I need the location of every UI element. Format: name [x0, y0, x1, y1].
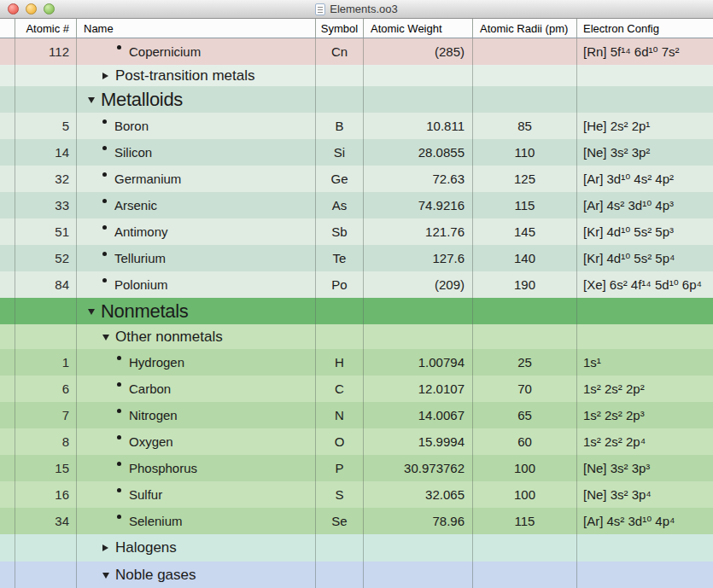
element-row-nitrogen[interactable]: 7NitrogenN14.0067651s² 2s² 2p³: [0, 402, 713, 428]
name-cell[interactable]: Nitrogen: [77, 402, 316, 428]
name-cell[interactable]: Selenium: [77, 508, 316, 534]
name-cell[interactable]: Other nonmetals: [77, 324, 316, 349]
atomic-number-cell[interactable]: 34: [15, 508, 77, 534]
atomic-number-cell[interactable]: [15, 86, 77, 113]
weight-cell[interactable]: [364, 65, 473, 86]
weight-cell[interactable]: 127.6: [364, 245, 473, 271]
atomic-number-cell[interactable]: [15, 562, 77, 588]
config-cell[interactable]: [577, 65, 713, 86]
atomic-number-cell[interactable]: 33: [15, 192, 77, 218]
column-header-atomic-number[interactable]: Atomic #: [15, 19, 77, 38]
config-cell[interactable]: [577, 534, 713, 562]
atomic-number-cell[interactable]: 51: [15, 218, 77, 245]
column-header-atomic-radii[interactable]: Atomic Radii (pm): [473, 19, 577, 38]
radius-cell[interactable]: 110: [473, 139, 577, 166]
radius-cell[interactable]: 140: [473, 245, 577, 271]
name-cell[interactable]: Metalloids: [77, 86, 316, 113]
section-row-metalloids[interactable]: Metalloids: [0, 86, 713, 113]
bullet-icon[interactable]: [102, 278, 107, 282]
symbol-cell[interactable]: S: [316, 481, 364, 508]
config-cell[interactable]: [Ar] 4s² 3d¹⁰ 4p³: [577, 192, 713, 218]
config-cell[interactable]: [577, 298, 713, 324]
name-cell[interactable]: Hydrogen: [77, 349, 316, 376]
symbol-cell[interactable]: [316, 562, 364, 588]
config-cell[interactable]: [Ar] 3d¹⁰ 4s² 4p²: [577, 166, 713, 192]
weight-cell[interactable]: 30.973762: [364, 455, 473, 481]
symbol-cell[interactable]: [316, 534, 364, 562]
radius-cell[interactable]: 100: [473, 455, 577, 481]
atomic-number-cell[interactable]: 112: [15, 38, 77, 65]
weight-cell[interactable]: 14.0067: [364, 402, 473, 428]
weight-cell[interactable]: 32.065: [364, 481, 473, 508]
bullet-icon[interactable]: [102, 252, 107, 256]
bullet-icon[interactable]: [102, 225, 107, 230]
symbol-cell[interactable]: Te: [316, 245, 364, 271]
disclosure-triangle-expanded-icon[interactable]: [88, 97, 95, 103]
close-button[interactable]: [8, 3, 19, 15]
bullet-icon[interactable]: [102, 172, 107, 177]
config-cell[interactable]: 1s² 2s² 2p³: [577, 402, 713, 428]
column-header-atomic-weight[interactable]: Atomic Weight: [364, 19, 473, 38]
symbol-cell[interactable]: [316, 65, 364, 86]
disclosure-triangle-expanded-icon[interactable]: [102, 573, 109, 579]
config-cell[interactable]: [Ne] 3s² 3p³: [577, 455, 713, 481]
element-row-tellurium[interactable]: 52TelluriumTe127.6140[Kr] 4d¹⁰ 5s² 5p⁴: [0, 245, 713, 271]
disclosure-triangle-expanded-icon[interactable]: [102, 335, 109, 341]
element-row-copernicium[interactable]: 112CoperniciumCn(285)[Rn] 5f¹⁴ 6d¹⁰ 7s²: [0, 38, 713, 65]
element-row-selenium[interactable]: 34SeleniumSe78.96115[Ar] 4s² 3d¹⁰ 4p⁴: [0, 508, 713, 534]
weight-cell[interactable]: [364, 324, 473, 349]
config-cell[interactable]: 1s² 2s² 2p²: [577, 376, 713, 402]
symbol-cell[interactable]: [316, 298, 364, 324]
atomic-number-cell[interactable]: [15, 65, 77, 86]
symbol-cell[interactable]: As: [316, 192, 364, 218]
symbol-cell[interactable]: Sb: [316, 218, 364, 245]
radius-cell[interactable]: [473, 86, 577, 113]
element-row-germanium[interactable]: 32GermaniumGe72.63125[Ar] 3d¹⁰ 4s² 4p²: [0, 166, 713, 192]
symbol-cell[interactable]: H: [316, 349, 364, 376]
atomic-number-cell[interactable]: 32: [15, 166, 77, 192]
name-cell[interactable]: Oxygen: [77, 428, 316, 455]
symbol-cell[interactable]: C: [316, 376, 364, 402]
symbol-cell[interactable]: P: [316, 455, 364, 481]
atomic-number-cell[interactable]: [15, 324, 77, 349]
radius-cell[interactable]: 145: [473, 218, 577, 245]
section-row-noble-gases[interactable]: Noble gases: [0, 562, 713, 588]
config-cell[interactable]: [Kr] 4d¹⁰ 5s² 5p⁴: [577, 245, 713, 271]
disclosure-triangle-collapsed-icon[interactable]: [102, 73, 109, 79]
column-header-electron-config[interactable]: Electron Config: [577, 19, 713, 38]
element-row-sulfur[interactable]: 16SulfurS32.065100[Ne] 3s² 3p⁴: [0, 481, 713, 508]
radius-cell[interactable]: 190: [473, 271, 577, 298]
radius-cell[interactable]: 70: [473, 376, 577, 402]
config-cell[interactable]: [577, 324, 713, 349]
weight-cell[interactable]: 1.00794: [364, 349, 473, 376]
symbol-cell[interactable]: Ge: [316, 166, 364, 192]
element-row-oxygen[interactable]: 8OxygenO15.9994601s² 2s² 2p⁴: [0, 428, 713, 455]
config-cell[interactable]: [577, 562, 713, 588]
name-cell[interactable]: Sulfur: [77, 481, 316, 508]
atomic-number-cell[interactable]: 6: [15, 376, 77, 402]
config-cell[interactable]: 1s² 2s² 2p⁴: [577, 428, 713, 455]
atomic-number-cell[interactable]: 8: [15, 428, 77, 455]
atomic-number-cell[interactable]: 14: [15, 139, 77, 166]
zoom-button[interactable]: [44, 3, 55, 15]
atomic-number-cell[interactable]: 7: [15, 402, 77, 428]
radius-cell[interactable]: 115: [473, 192, 577, 218]
weight-cell[interactable]: 72.63: [364, 166, 473, 192]
bullet-icon[interactable]: [117, 409, 121, 413]
section-row-halogens[interactable]: Halogens: [0, 534, 713, 562]
element-row-polonium[interactable]: 84PoloniumPo(209)190[Xe] 6s² 4f¹⁴ 5d¹⁰ 6…: [0, 271, 713, 298]
radius-cell[interactable]: 25: [473, 349, 577, 376]
element-row-boron[interactable]: 5BoronB10.81185[He] 2s² 2p¹: [0, 113, 713, 139]
atomic-number-cell[interactable]: 52: [15, 245, 77, 271]
weight-cell[interactable]: (285): [364, 38, 473, 65]
radius-cell[interactable]: 100: [473, 481, 577, 508]
bullet-icon[interactable]: [117, 45, 121, 49]
element-row-carbon[interactable]: 6CarbonC12.0107701s² 2s² 2p²: [0, 376, 713, 402]
radius-cell[interactable]: [473, 324, 577, 349]
name-cell[interactable]: Post-transition metals: [77, 65, 316, 86]
atomic-number-cell[interactable]: 1: [15, 349, 77, 376]
atomic-number-cell[interactable]: 15: [15, 455, 77, 481]
bullet-icon[interactable]: [117, 488, 121, 492]
config-cell[interactable]: [Ne] 3s² 3p⁴: [577, 481, 713, 508]
disclosure-triangle-collapsed-icon[interactable]: [102, 544, 109, 551]
